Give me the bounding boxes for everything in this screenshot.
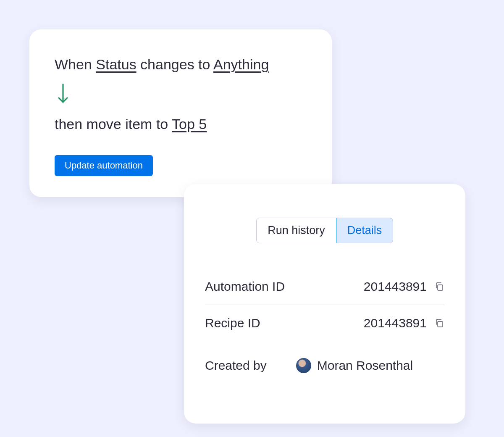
tab-details[interactable]: Details bbox=[336, 218, 393, 243]
copy-icon bbox=[434, 282, 444, 292]
trigger-value-link[interactable]: Anything bbox=[213, 56, 269, 72]
automation-id-value: 201443891 bbox=[364, 279, 427, 294]
automation-card: When Status changes to Anything then mov… bbox=[29, 29, 332, 197]
avatar bbox=[296, 358, 311, 373]
trigger-field-link[interactable]: Status bbox=[96, 56, 136, 72]
recipe-id-value-wrap: 201443891 bbox=[364, 316, 444, 330]
tab-run-history[interactable]: Run history bbox=[257, 218, 336, 243]
svg-rect-2 bbox=[438, 321, 443, 327]
automation-id-row: Automation ID 201443891 bbox=[205, 269, 444, 305]
created-by-row: Created by Moran Rosenthal bbox=[205, 358, 444, 373]
trigger-prefix: When bbox=[55, 56, 96, 72]
action-target-link[interactable]: Top 5 bbox=[172, 116, 207, 132]
copy-automation-id-button[interactable] bbox=[434, 282, 444, 292]
automation-trigger-line: When Status changes to Anything bbox=[55, 55, 307, 75]
created-by-label: Created by bbox=[205, 358, 267, 373]
tab-group-container: Run history Details bbox=[205, 218, 444, 243]
recipe-id-label: Recipe ID bbox=[205, 316, 260, 330]
action-prefix: then move item to bbox=[55, 116, 172, 132]
update-automation-button[interactable]: Update automation bbox=[55, 155, 153, 176]
automation-id-label: Automation ID bbox=[205, 279, 285, 294]
arrow-down-icon bbox=[56, 83, 307, 106]
copy-recipe-id-button[interactable] bbox=[434, 318, 444, 328]
recipe-id-row: Recipe ID 201443891 bbox=[205, 305, 444, 341]
tab-group: Run history Details bbox=[256, 218, 393, 243]
trigger-mid: changes to bbox=[136, 56, 213, 72]
creator-name: Moran Rosenthal bbox=[317, 358, 413, 373]
automation-action-line: then move item to Top 5 bbox=[55, 114, 307, 134]
recipe-id-value: 201443891 bbox=[364, 316, 427, 330]
automation-id-value-wrap: 201443891 bbox=[364, 279, 444, 294]
copy-icon bbox=[434, 318, 444, 328]
svg-rect-1 bbox=[438, 285, 443, 290]
details-card: Run history Details Automation ID 201443… bbox=[184, 184, 465, 424]
